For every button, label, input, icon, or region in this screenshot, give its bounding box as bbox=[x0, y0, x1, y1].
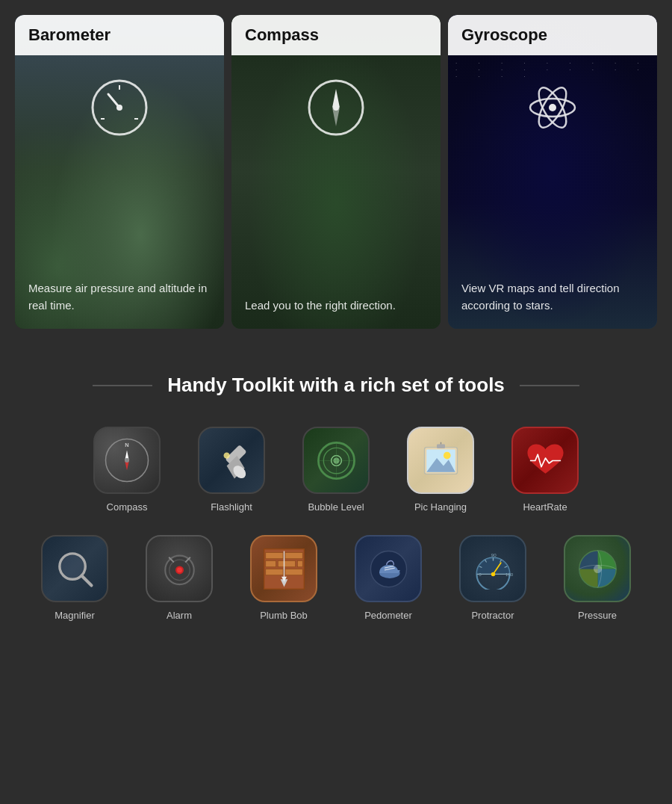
svg-point-9 bbox=[333, 105, 339, 111]
pic-label: Pic Hanging bbox=[414, 501, 467, 513]
svg-point-74 bbox=[594, 565, 602, 573]
tool-heart[interactable]: HeartRate bbox=[500, 427, 590, 513]
compass-icon bbox=[231, 55, 441, 164]
pressure-icon-box bbox=[564, 535, 631, 602]
svg-text:90: 90 bbox=[491, 552, 496, 557]
tool-alarm[interactable]: Alarm bbox=[134, 535, 224, 621]
bubble-label: Bubble Level bbox=[308, 501, 364, 513]
svg-rect-49 bbox=[278, 560, 295, 566]
protractor-label: Protractor bbox=[471, 610, 514, 621]
tool-bubble[interactable]: Bubble Level bbox=[291, 427, 381, 513]
magnifier-label: Magnifier bbox=[55, 610, 94, 621]
tools-row-1: N Compass Flashlight bbox=[15, 427, 657, 513]
svg-text:N: N bbox=[125, 442, 128, 448]
svg-rect-46 bbox=[265, 552, 282, 558]
alarm-label: Alarm bbox=[167, 610, 192, 621]
magnifier-icon-box bbox=[41, 535, 108, 602]
pic-icon-box bbox=[407, 427, 474, 494]
gyroscope-title: Gyroscope bbox=[448, 15, 657, 55]
toolkit-line-left bbox=[93, 385, 152, 386]
protractor-icon-box: 0 180 90 bbox=[459, 535, 526, 602]
svg-point-13 bbox=[549, 104, 556, 111]
cards-section: Barometer Measure air pressure and altit… bbox=[0, 0, 672, 359]
flashlight-icon-box bbox=[198, 427, 265, 494]
svg-text:0: 0 bbox=[479, 572, 482, 577]
tool-protractor[interactable]: 0 180 90 Protractor bbox=[448, 535, 538, 621]
tool-pressure[interactable]: Pressure bbox=[553, 535, 642, 621]
pressure-label: Pressure bbox=[578, 610, 617, 621]
barometer-title: Barometer bbox=[15, 15, 224, 55]
tool-magnifier[interactable]: Magnifier bbox=[30, 535, 119, 621]
toolkit-title: Handy Toolkit with a rich set of tools bbox=[167, 374, 505, 397]
svg-rect-52 bbox=[284, 569, 302, 575]
toolkit-header: Handy Toolkit with a rich set of tools bbox=[15, 374, 657, 397]
heart-icon-box bbox=[511, 427, 579, 494]
svg-point-36 bbox=[60, 554, 83, 577]
pedometer-label: Pedometer bbox=[364, 610, 412, 621]
svg-rect-50 bbox=[297, 560, 302, 566]
svg-rect-48 bbox=[265, 560, 276, 566]
svg-point-2 bbox=[116, 105, 122, 111]
compass-description: Lead you to the right direction. bbox=[231, 290, 441, 330]
toolkit-line-right bbox=[520, 385, 579, 386]
barometer-icon bbox=[15, 55, 224, 164]
heart-label: HeartRate bbox=[523, 501, 567, 513]
plumb-label: Plumb Bob bbox=[260, 610, 308, 621]
svg-rect-51 bbox=[265, 569, 282, 575]
barometer-description: Measure air pressure and altitude in rea… bbox=[15, 273, 224, 329]
bubble-icon-box bbox=[302, 427, 370, 494]
svg-text:180: 180 bbox=[505, 572, 514, 577]
pedometer-icon-box bbox=[355, 535, 422, 602]
barometer-card: Barometer Measure air pressure and altit… bbox=[15, 15, 224, 329]
compass-label: Compass bbox=[107, 501, 148, 513]
gyroscope-description: View VR maps and tell direction accordin… bbox=[448, 273, 657, 329]
tool-plumb[interactable]: Plumb Bob bbox=[239, 535, 329, 621]
svg-rect-47 bbox=[284, 552, 302, 558]
svg-point-32 bbox=[443, 451, 450, 459]
flashlight-label: Flashlight bbox=[211, 501, 252, 513]
toolkit-section: Handy Toolkit with a rich set of tools N… bbox=[0, 359, 672, 673]
tool-compass[interactable]: N Compass bbox=[82, 427, 172, 513]
compass-title: Compass bbox=[231, 15, 441, 55]
alarm-icon-box bbox=[146, 535, 213, 602]
compass-icon-box: N bbox=[93, 427, 161, 494]
tools-row-2: Magnifier Alarm bbox=[15, 535, 657, 621]
tool-pedometer[interactable]: Pedometer bbox=[343, 535, 433, 621]
compass-card: Compass Lead you to the right direction. bbox=[231, 15, 441, 329]
tool-flashlight[interactable]: Flashlight bbox=[187, 427, 276, 513]
svg-rect-33 bbox=[437, 444, 445, 448]
gyroscope-icon bbox=[448, 55, 657, 164]
svg-line-37 bbox=[81, 575, 91, 585]
svg-point-18 bbox=[125, 458, 129, 463]
svg-point-22 bbox=[223, 452, 229, 458]
svg-point-68 bbox=[491, 572, 495, 576]
plumb-icon-box bbox=[250, 535, 317, 602]
svg-point-41 bbox=[177, 567, 182, 572]
tool-pic[interactable]: Pic Hanging bbox=[396, 427, 485, 513]
gyroscope-card: Gyroscope View VR maps and tell directio… bbox=[448, 15, 657, 329]
